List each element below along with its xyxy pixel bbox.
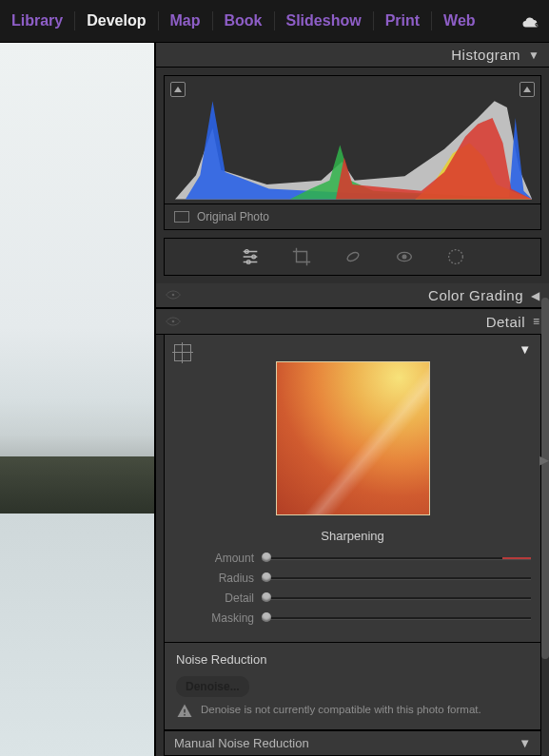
module-slideshow[interactable]: Slideshow xyxy=(283,9,365,33)
chevron-down-icon[interactable]: ▼ xyxy=(519,736,531,750)
noise-reduction-heading: Noise Reduction xyxy=(176,652,529,667)
crop-icon[interactable] xyxy=(291,246,312,267)
detail-loupe-preview[interactable] xyxy=(276,361,430,515)
denoise-warning-text: Denoise is not currently compatible with… xyxy=(201,703,481,718)
chevron-left-icon[interactable]: ◀ xyxy=(531,289,539,302)
eye-icon[interactable] xyxy=(166,288,181,302)
redeye-icon[interactable] xyxy=(394,246,415,267)
sharpening-heading: Sharpening xyxy=(174,529,531,543)
expand-right-icon[interactable]: ▶ xyxy=(539,442,549,476)
module-develop[interactable]: Develop xyxy=(83,9,149,33)
svg-point-4 xyxy=(345,251,360,263)
module-book[interactable]: Book xyxy=(221,9,266,33)
chevron-down-icon[interactable]: ▼ xyxy=(519,342,531,357)
module-picker-bar: Library Develop Map Book Slideshow Print… xyxy=(0,0,549,43)
histogram-header[interactable]: Histogram ▼ xyxy=(156,43,549,68)
noise-reduction-box: Noise Reduction Denoise... Denoise is no… xyxy=(164,643,541,730)
histogram-photo-label: Original Photo xyxy=(165,204,540,229)
manual-noise-reduction-header[interactable]: Manual Noise Reduction ▼ xyxy=(164,730,541,756)
slider-detail[interactable]: Detail xyxy=(174,589,531,608)
panel-menu-icon[interactable]: ≡ xyxy=(533,315,539,328)
loupe-target-icon[interactable] xyxy=(174,344,191,361)
svg-rect-10 xyxy=(184,708,186,712)
cloud-sync-icon[interactable] xyxy=(520,10,541,31)
chevron-down-icon[interactable]: ▼ xyxy=(528,48,539,62)
histogram-box: ––––– Original Photo xyxy=(164,75,541,230)
aspect-icon xyxy=(174,211,189,223)
module-web[interactable]: Web xyxy=(440,9,479,33)
svg-point-6 xyxy=(402,255,406,259)
right-panel-stack: Histogram ▼ ––––– Original Photo xyxy=(154,43,549,756)
slider-amount[interactable]: Amount xyxy=(174,549,531,568)
module-print[interactable]: Print xyxy=(382,9,423,33)
radial-icon[interactable] xyxy=(445,246,466,267)
color-grading-title: Color Grading xyxy=(186,287,523,303)
develop-toolstrip xyxy=(164,238,541,276)
heal-icon[interactable] xyxy=(343,246,363,267)
main-photo-preview[interactable] xyxy=(0,43,154,756)
panel-scrollbar[interactable] xyxy=(541,298,549,659)
histogram-title: Histogram xyxy=(166,47,520,63)
denoise-button[interactable]: Denoise... xyxy=(176,676,249,697)
module-map[interactable]: Map xyxy=(167,9,205,33)
detail-panel-body: ▼ Sharpening Amount Radius Detail Maskin… xyxy=(164,335,541,643)
svg-point-8 xyxy=(172,294,175,297)
detail-title: Detail xyxy=(186,314,525,330)
slider-masking[interactable]: Masking xyxy=(174,609,531,628)
warning-icon xyxy=(176,703,193,720)
color-grading-header[interactable]: Color Grading ◀ xyxy=(156,283,549,308)
detail-header[interactable]: Detail ≡ xyxy=(156,308,549,334)
sliders-icon[interactable] xyxy=(240,246,261,267)
svg-point-7 xyxy=(448,250,462,264)
svg-rect-11 xyxy=(184,714,186,716)
histogram-chart[interactable] xyxy=(165,76,540,190)
eye-icon[interactable] xyxy=(166,315,181,329)
module-library[interactable]: Library xyxy=(8,9,67,33)
slider-radius[interactable]: Radius xyxy=(174,569,531,588)
svg-point-9 xyxy=(172,320,175,322)
